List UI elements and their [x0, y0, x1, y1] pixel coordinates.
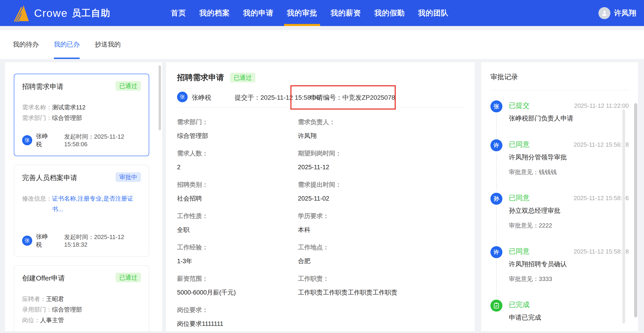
card-field: 录用部门： 综合管理部 [22, 304, 141, 315]
card-field: 岗位： 人事主管 [22, 315, 141, 326]
timeline-body: 已同意 2025-11-12 15:58:18 许凤翔招聘专员确认 审批意见：3… [509, 246, 629, 283]
approval-opinion: 审批意见：3333 [509, 275, 629, 283]
field-label: 薪资范围： [177, 275, 298, 282]
field-empty [298, 306, 464, 328]
initiator-name: 张峥税 [36, 132, 52, 148]
nav-item-salary[interactable]: 我的薪资 [331, 0, 361, 26]
card-field: 需求部门： 综合管理部 [22, 112, 141, 123]
submitter-name: 张峥税 [192, 93, 211, 102]
card-fields: 需求名称： 测试需求112 需求部门： 综合管理部 [22, 102, 141, 123]
field-value: 岗位要求1111111 [177, 320, 298, 328]
approval-time: 2025-11-12 15:58:06 [574, 194, 629, 202]
approval-desc: 张峥税部门负责人申请 [509, 114, 629, 123]
timeline-body: 已同意 2025-11-12 15:58:06 孙立双总经理审批 审批意见：22… [509, 193, 629, 230]
card-title: 创建Offer申请 [22, 273, 65, 283]
tab-my-done[interactable]: 我的已办 [54, 30, 80, 59]
initiate-time: 发起时间：2025-11-12 15:58:06 [64, 133, 141, 148]
field-label: 需求负责人： [298, 118, 464, 126]
field-value: 5000-6000月薪(千元) [177, 288, 298, 296]
approval-panel-scrollbar[interactable] [634, 103, 637, 317]
timeline-item-recruiter-confirm: 许 已同意 2025-11-12 15:58:18 许凤翔招聘专员确认 审批意见… [490, 246, 629, 283]
nav-item-team[interactable]: 我的团队 [418, 0, 448, 26]
timeline-connector [496, 115, 497, 137]
field-label: 需求提出时间： [298, 181, 464, 188]
user-icon [601, 10, 608, 16]
detail-title: 招聘需求申请 [177, 72, 224, 83]
detail-meta: 张 张峥税 提交于：2025-11-12 15:58:06 申请编号：中竞发ZP… [177, 92, 464, 102]
nav-item-approvals[interactable]: 我的审批 [287, 0, 317, 26]
task-list-panel: 招聘需求申请 已通过 需求名称： 测试需求112 需求部门： 综合管理部 张 张… [5, 62, 162, 331]
timeline-body: 已完成 申请已完成 [509, 300, 629, 322]
field-value: 社会招聘 [177, 194, 298, 202]
field-label: 需求名称： [22, 102, 52, 112]
status-badge: 已通过 [116, 81, 141, 91]
field-value: 综合管理部 [52, 112, 82, 123]
field-work-location: 工作地点： 合肥 [298, 244, 464, 265]
status-badge: 审批中 [116, 172, 141, 182]
field-salary-range: 薪资范围： 5000-6000月薪(千元) [177, 275, 298, 296]
tab-my-todo[interactable]: 我的待办 [13, 30, 39, 59]
nav-item-archive[interactable]: 我的档案 [200, 0, 230, 26]
tab-cc-to-me[interactable]: 抄送我的 [95, 30, 121, 59]
timeline-connector [496, 260, 497, 297]
field-label: 工作经验： [177, 244, 298, 251]
field-label: 工作性质： [177, 212, 298, 220]
task-card-personnel-archive[interactable]: 完善人员档案申请 审批中 修改信息： 证书名称,注册专业,是否注册证书... 张… [14, 165, 149, 256]
user-avatar [598, 7, 610, 19]
field-label: 工作职责： [298, 275, 464, 282]
initiator-avatar: 张 [22, 135, 32, 145]
approval-opinion: 审批意见：2222 [509, 222, 629, 230]
task-list-scrollbar[interactable] [159, 66, 161, 130]
detail-fields-grid: 需求部门： 综合管理部 需求负责人： 许凤翔 需求人数： 2 期望到岗时间： 2… [177, 118, 464, 328]
detail-panel: 招聘需求申请 已通过 张 张峥税 提交于：2025-11-12 15:58:06… [166, 62, 475, 331]
approval-desc: 申请已完成 [509, 313, 629, 322]
task-card-recruit-demand[interactable]: 招聘需求申请 已通过 需求名称： 测试需求112 需求部门： 综合管理部 张 张… [14, 74, 149, 156]
card-title: 完善人员档案申请 [22, 172, 77, 182]
field-label: 应聘者： [22, 294, 46, 304]
approval-record-panel: 审批记录 张 已提交 2025-11-12 11:22:00 张峥税部门负责人申… [481, 62, 638, 331]
detail-head: 招聘需求申请 已通过 [177, 72, 464, 83]
card-fields: 应聘者： 王昭君 录用部门： 综合管理部 岗位： 人事主管 [22, 294, 141, 326]
field-label: 工作地点： [298, 244, 464, 251]
card-head: 完善人员档案申请 审批中 [22, 172, 141, 182]
approver-avatar: 张 [490, 100, 502, 112]
modify-info-link[interactable]: 证书名称,注册专业,是否注册证书... [52, 193, 141, 214]
nav-item-requests[interactable]: 我的申请 [243, 0, 274, 26]
field-label: 岗位： [22, 315, 40, 326]
timeline-rail [490, 300, 502, 322]
field-value: 王昭君 [46, 294, 64, 304]
initiator-name: 张峥税 [36, 232, 52, 249]
field-value: 全职 [177, 226, 298, 234]
apply-number: 申请编号：中竞发ZP2025078 [310, 93, 395, 102]
card-head: 创建Offer申请 已通过 [22, 273, 141, 283]
nav-item-home[interactable]: 首页 [171, 0, 186, 26]
field-demand-owner: 需求负责人： 许凤翔 [298, 118, 464, 140]
user-menu[interactable]: 许凤翔 [598, 0, 636, 26]
field-value: 综合管理部 [52, 304, 82, 315]
field-value: 许凤翔 [298, 132, 464, 140]
card-field: 修改信息： 证书名称,注册专业,是否注册证书... [22, 193, 141, 214]
field-label: 招聘类别： [177, 181, 298, 188]
brand: Crowe 员工自助 [13, 0, 110, 26]
card-footer: 张 张峥税 发起时间：2025-11-12 15:18:32 [22, 232, 141, 249]
card-head: 招聘需求申请 已通过 [22, 81, 141, 92]
approval-status: 已同意 [509, 193, 530, 203]
nav-item-leave[interactable]: 我的假勤 [374, 0, 405, 26]
task-card-create-offer[interactable]: 创建Offer申请 已通过 应聘者： 王昭君 录用部门： 综合管理部 岗位： 人… [14, 265, 149, 331]
timeline-scrollbar[interactable] [622, 110, 625, 324]
user-name: 许凤翔 [614, 8, 636, 18]
status-badge: 已通过 [116, 273, 141, 282]
timeline-body: 已提交 2025-11-12 11:22:00 张峥税部门负责人申请 [509, 100, 629, 123]
field-experience: 工作经验： 1-3年 [177, 244, 298, 265]
nav-menu: 首页 我的档案 我的申请 我的审批 我的薪资 我的假勤 我的团队 [171, 0, 448, 26]
field-value: 综合管理部 [177, 132, 298, 140]
card-field: 需求名称： 测试需求112 [22, 102, 141, 112]
approval-opinion: 审批意见：钱钱钱 [509, 168, 629, 176]
approval-desc: 许凤翔招聘专员确认 [509, 260, 629, 268]
submitter-avatar: 张 [177, 92, 188, 102]
top-navigation-bar: Crowe 员工自助 首页 我的档案 我的申请 我的审批 我的薪资 我的假勤 我… [0, 0, 644, 26]
approval-status: 已同意 [509, 140, 530, 149]
initiate-time: 发起时间：2025-11-12 15:18:32 [64, 233, 141, 248]
field-label: 录用部门： [22, 304, 52, 315]
field-headcount: 需求人数： 2 [177, 150, 298, 171]
